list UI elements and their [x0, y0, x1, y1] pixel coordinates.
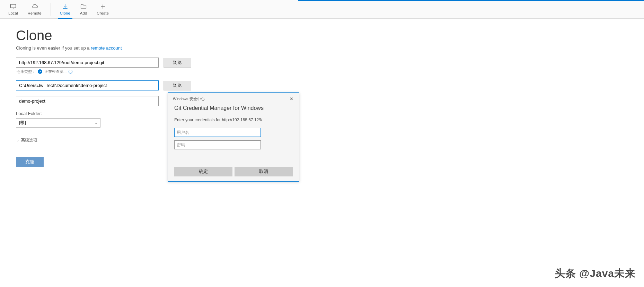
toolbar-clone[interactable]: Clone	[55, 0, 75, 18]
local-folder-label: Local Folder:	[16, 111, 628, 116]
page-title: Clone	[16, 28, 628, 43]
toolbar-label: Create	[97, 11, 109, 15]
cloud-icon	[31, 3, 38, 10]
spinner-icon	[69, 70, 72, 73]
dialog-prompt: Enter your credentials for http://192.16…	[174, 118, 293, 122]
toolbar-label: Remote	[28, 11, 42, 15]
project-name-input[interactable]	[16, 96, 159, 106]
repo-type-label: 仓库类型：	[17, 69, 36, 74]
chevron-down-icon: ⌄	[95, 121, 97, 125]
dialog-window-title: Windows 安全中心	[173, 96, 205, 102]
chevron-right-icon: ›	[17, 138, 19, 142]
advanced-options-expander[interactable]: › 高级选项	[16, 137, 628, 143]
plus-icon	[99, 3, 106, 10]
subtitle-text: Cloning is even easier if you set up a	[16, 45, 91, 51]
folder-open-icon	[80, 3, 87, 10]
toolbar: Local Remote Clone Add Create	[0, 0, 644, 19]
advanced-label: 高级选项	[21, 137, 37, 143]
toolbar-add[interactable]: Add	[75, 0, 92, 18]
clone-button[interactable]: 克隆	[16, 157, 44, 167]
username-input[interactable]	[174, 128, 261, 137]
browse-destination-button[interactable]: 浏览	[164, 81, 191, 90]
subtitle: Cloning is even easier if you set up a r…	[16, 45, 628, 51]
cancel-button[interactable]: 取消	[235, 167, 293, 176]
source-url-input[interactable]	[16, 58, 159, 68]
browse-source-button[interactable]: 浏览	[164, 58, 191, 68]
close-icon[interactable]: ✕	[287, 95, 295, 103]
toolbar-create[interactable]: Create	[92, 0, 114, 18]
main-content: Clone Cloning is even easier if you set …	[0, 19, 644, 176]
ok-button[interactable]: 确定	[174, 167, 232, 176]
local-folder-value: [根]	[19, 120, 26, 126]
credential-dialog: Windows 安全中心 ✕ Git Credential Manager fo…	[168, 92, 299, 182]
toolbar-remote[interactable]: Remote	[23, 0, 46, 18]
remote-account-link[interactable]: remote account	[91, 45, 122, 51]
local-folder-select[interactable]: [根] ⌄	[16, 118, 100, 128]
toolbar-label: Add	[80, 11, 87, 15]
separator	[51, 3, 51, 16]
download-icon	[62, 3, 69, 10]
watermark: 头条 @Java未来	[555, 267, 636, 281]
dialog-title: Git Credential Manager for Windows	[174, 105, 293, 111]
svg-rect-0	[10, 4, 16, 8]
repo-type-status: 仓库类型： ? 正在检查源...	[16, 69, 628, 74]
toolbar-label: Local	[8, 11, 18, 15]
checking-label: 正在检查源...	[44, 69, 67, 74]
password-input[interactable]	[174, 140, 261, 149]
destination-path-input[interactable]	[16, 80, 159, 90]
toolbar-label: Clone	[60, 11, 70, 15]
toolbar-local[interactable]: Local	[3, 0, 23, 18]
info-icon: ?	[38, 69, 42, 74]
accent-border	[298, 0, 644, 1]
monitor-icon	[10, 3, 17, 10]
